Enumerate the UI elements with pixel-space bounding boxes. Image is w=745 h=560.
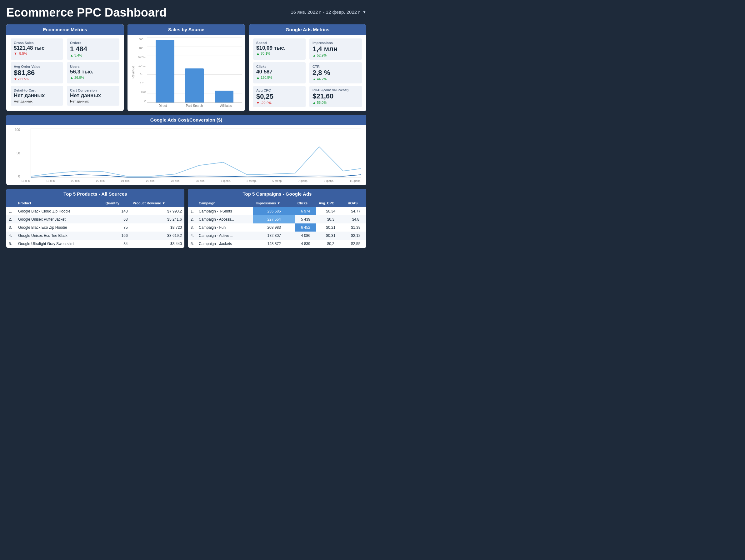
bar-paid-search <box>180 68 209 102</box>
bar-affiliates <box>209 91 239 102</box>
top-campaigns-title: Top 5 Campaigns - Google Ads <box>188 189 366 199</box>
col-revenue: Product Revenue ▼ <box>130 199 184 207</box>
top-products-body: 1. Google Black Cloud Zip Hoodie 143 $7 … <box>6 207 184 248</box>
header: Ecommerce PPC Dashboard 16 янв. 2022 г. … <box>6 6 366 20</box>
sales-y-ticks: 500... 100... 50 т... 10 т... 5 т... 1 т… <box>136 37 147 103</box>
metrics-grid: Gross Sales $121,48 тыс ▼ -8.5% Orders 1… <box>11 38 119 106</box>
top-row: Ecommerce Metrics Gross Sales $121,48 ты… <box>6 24 366 111</box>
table-row: 3. Google Black Eco Zip Hoodie 75 $3 720 <box>6 224 184 232</box>
col-clicks: Clicks <box>295 199 316 207</box>
metric-gross-sales: Gross Sales $121,48 тыс ▼ -8.5% <box>11 38 63 60</box>
ecommerce-metrics-panel: Ecommerce Metrics Gross Sales $121,48 ты… <box>6 24 124 111</box>
col-roas: ROAS <box>345 199 366 207</box>
col-avg-cpc: Avg. CPC <box>316 199 345 207</box>
sales-chart-area: Direct Paid Search Affiliates <box>147 37 242 107</box>
bottom-row: Top 5 Products - All Sources Product Qua… <box>6 189 366 248</box>
ads-metrics-grid: Spend $10,09 тыс. ▲ 70.1% Impressions 1,… <box>253 38 362 107</box>
cost-conversion-title: Google Ads Cost/Conversion ($) <box>6 115 366 125</box>
line-chart-x-labels: 16 янв. 18 янв. 20 янв. 22 янв. 24 янв. … <box>21 179 361 183</box>
metric-roas: ROAS (conv. value/cost) $21,60 ▲ 55.0% <box>310 86 362 107</box>
table-row: 1. Google Black Cloud Zip Hoodie 143 $7 … <box>6 207 184 215</box>
table-header-row: Product Quantity Product Revenue ▼ <box>6 199 184 207</box>
table-row: 3. Campaign - Fun 208 983 6 452 $0,21 $1… <box>188 224 366 232</box>
metric-ctr: CTR 2,8 % ▲ 44.2% <box>310 62 362 84</box>
col-impressions: Impressions ▼ <box>253 199 295 207</box>
google-ads-metrics-body: Spend $10,09 тыс. ▲ 70.1% Impressions 1,… <box>249 35 366 111</box>
sales-x-labels: Direct Paid Search Affiliates <box>147 104 242 107</box>
top-campaigns-body: 1. Campaign - T-Shirts 236 585 6 974 $0,… <box>188 207 366 248</box>
table-row: 2. Campaign - Access... 227 554 5 439 $0… <box>188 215 366 224</box>
date-range[interactable]: 16 янв. 2022 г. - 12 февр. 2022 г. ▼ <box>291 6 366 15</box>
line-chart-y-ticks: 100 50 0 <box>11 128 21 178</box>
line-chart-body: 100 50 0 <box>6 125 366 185</box>
line-chart-svg <box>31 128 361 178</box>
col-quantity: Quantity <box>103 199 130 207</box>
bar-direct <box>150 40 180 102</box>
sales-y-label: Revenue <box>132 66 135 78</box>
line-chart-plot-wrapper: 16 янв. 18 янв. 20 янв. 22 янв. 24 янв. … <box>21 128 361 183</box>
table-row: 1. Campaign - T-Shirts 236 585 6 974 $0,… <box>188 207 366 215</box>
top-products-table: Product Quantity Product Revenue ▼ 1. Go… <box>6 199 184 248</box>
sales-bar-plot <box>147 37 242 103</box>
dashboard: Ecommerce PPC Dashboard 16 янв. 2022 г. … <box>0 0 372 253</box>
google-ads-metrics-title: Google Ads Metrics <box>249 24 366 35</box>
ecommerce-metrics-title: Ecommerce Metrics <box>6 24 124 35</box>
metric-detail-to-cart: Detail-to-Cart Нет данных Нет данных <box>11 86 63 106</box>
line-chart-area <box>31 128 361 178</box>
page-title: Ecommerce PPC Dashboard <box>6 6 167 20</box>
col-product: Product <box>15 199 103 207</box>
metric-clicks: Clicks 40 587 ▲ 120.5% <box>253 62 305 84</box>
top-campaigns-table: Campaign Impressions ▼ Clicks Avg. CPC R… <box>188 199 366 248</box>
google-ads-metrics-panel: Google Ads Metrics Spend $10,09 тыс. ▲ 7… <box>249 24 366 111</box>
top-products-panel: Top 5 Products - All Sources Product Qua… <box>6 189 184 248</box>
table-row: 2. Google Unisex Puffer Jacket 63 $5 241… <box>6 215 184 224</box>
metric-cart-conversion: Cart Conversion Нет данных Нет данных <box>67 86 119 106</box>
sales-bars <box>150 37 239 102</box>
metric-orders: Orders 1 484 ▲ 3.4% <box>67 38 119 60</box>
table-row: 5. Campaign - Jackets 148 872 4 839 $0,2… <box>188 240 366 248</box>
top-campaigns-panel: Top 5 Campaigns - Google Ads Campaign Im… <box>188 189 366 248</box>
col-campaign: Campaign <box>196 199 253 207</box>
cost-conversion-panel: Google Ads Cost/Conversion ($) 100 50 0 <box>6 115 366 185</box>
sales-by-source-panel: Sales by Source Revenue 500... 100... 50… <box>128 24 245 111</box>
campaigns-header-row: Campaign Impressions ▼ Clicks Avg. CPC R… <box>188 199 366 207</box>
sales-by-source-title: Sales by Source <box>128 24 245 35</box>
metric-avg-order-value: Avg Order Value $81,86 ▼ -11.5% <box>11 62 63 84</box>
table-row: 5. Google Ultralight Gray Sweatshirt 84 … <box>6 240 184 248</box>
line-chart-container: 100 50 0 <box>11 128 361 183</box>
metric-users: Users 56,3 тыс. ▲ 26.9% <box>67 62 119 84</box>
middle-row: Google Ads Cost/Conversion ($) 100 50 0 <box>6 115 366 185</box>
metric-spend: Spend $10,09 тыс. ▲ 70.1% <box>253 38 305 60</box>
ecommerce-metrics-body: Gross Sales $121,48 тыс ▼ -8.5% Orders 1… <box>6 35 124 109</box>
top-products-title: Top 5 Products - All Sources <box>6 189 184 199</box>
date-chevron-icon: ▼ <box>362 10 366 14</box>
metric-impressions: Impressions 1,4 млн ▲ 52.9% <box>310 38 362 60</box>
table-row: 4. Campaign - Active ... 172 307 4 086 $… <box>188 232 366 240</box>
metric-avg-cpc: Avg CPC $0,25 ▼ -22.9% <box>253 86 305 107</box>
table-row: 4. Google Unisex Eco Tee Black 166 $3 61… <box>6 232 184 240</box>
